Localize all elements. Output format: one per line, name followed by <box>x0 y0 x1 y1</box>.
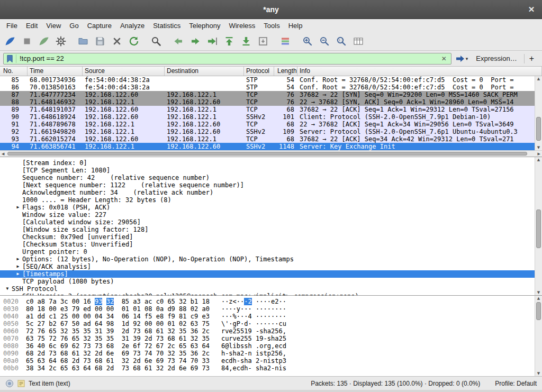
menu-file[interactable]: File <box>2 20 22 31</box>
packet-row-89[interactable]: 8971.648191037192.168.122.60192.168.122.… <box>0 106 542 113</box>
packet-row-87[interactable]: 8771.647777234192.168.122.60192.168.122.… <box>0 91 542 98</box>
hex-row-0040[interactable]: 0040a1 dd c1 25 00 00 04 34 06 14 f5 e8 … <box>3 313 542 320</box>
go-to-packet-icon[interactable] <box>204 33 220 49</box>
stop-capture-icon[interactable] <box>19 33 35 49</box>
menu-tools[interactable]: Tools <box>259 20 284 31</box>
zoom-original-icon[interactable]: 1:1 <box>333 33 349 49</box>
scroll-up-icon[interactable]: ▲ <box>535 77 542 81</box>
scroll-up-icon[interactable]: ▲ <box>535 158 542 162</box>
menu-go[interactable]: Go <box>65 20 83 31</box>
menu-edit[interactable]: Edit <box>22 20 42 31</box>
detail-line[interactable]: ▶Flags: 0x018 (PSH, ACK) <box>0 204 542 211</box>
detail-line[interactable]: ▶Options: (12 bytes), No-Operation (NOP)… <box>0 256 542 263</box>
scroll-down-icon[interactable]: ▼ <box>535 371 542 376</box>
resize-columns-icon[interactable] <box>350 33 366 49</box>
column-header-length[interactable]: Length <box>274 67 297 76</box>
expression-button[interactable]: Expression… <box>472 54 521 62</box>
vscroll-thumb[interactable] <box>536 302 541 320</box>
detail-line[interactable]: Checksum: 0x79ed [unverified] <box>0 233 542 241</box>
hex-row-00b0[interactable]: 00b038 34 2c 65 63 64 68 2d 73 68 61 32 … <box>3 364 542 372</box>
go-back-icon[interactable] <box>170 33 186 49</box>
colorize-icon[interactable] <box>277 33 293 49</box>
filter-clear-icon[interactable]: ✕ <box>440 55 448 62</box>
add-filter-button[interactable]: + <box>524 54 539 63</box>
menu-wireless[interactable]: Wireless <box>224 20 259 31</box>
detail-line[interactable]: [TCP Segment Len: 1080] <box>0 167 542 174</box>
column-header-info[interactable]: Info <box>297 67 542 76</box>
restart-capture-icon[interactable] <box>36 33 52 49</box>
capture-comment-icon[interactable] <box>17 379 25 388</box>
packet-row-91[interactable]: 9171.648789678192.168.122.1192.168.122.6… <box>0 121 542 128</box>
expander-icon[interactable]: ▶ <box>14 204 22 211</box>
menu-statistics[interactable]: Statistics <box>149 20 185 31</box>
packet-row-90[interactable]: 9071.648618924192.168.122.60192.168.122.… <box>0 113 542 121</box>
detail-line[interactable]: ▶[SEQ/ACK analysis] <box>0 263 542 270</box>
reload-file-icon[interactable] <box>126 33 142 49</box>
open-file-icon[interactable] <box>75 33 91 49</box>
column-header-time[interactable]: Time <box>28 67 83 76</box>
detail-line[interactable]: ▼SSH Protocol <box>0 285 542 293</box>
packet-list-hscrollbar[interactable]: ◀ ▶ <box>0 150 542 157</box>
expander-icon[interactable]: ▶ <box>14 270 22 278</box>
menu-telephony[interactable]: Telephony <box>185 20 224 31</box>
scroll-right-icon[interactable]: ▶ <box>538 152 540 156</box>
detail-line[interactable]: Window size value: 227 <box>0 211 542 218</box>
vscroll-thumb[interactable] <box>536 117 541 141</box>
hex-row-0090[interactable]: 009068 2d 73 68 61 32 2d 6e 69 73 74 70 … <box>3 350 542 357</box>
detail-line[interactable]: Urgent pointer: 0 <box>0 248 542 256</box>
detail-line[interactable]: 1000 .... = Header Length: 32 bytes (8) <box>0 196 542 204</box>
scroll-left-icon[interactable]: ◀ <box>2 152 4 156</box>
find-packet-icon[interactable] <box>148 33 164 49</box>
scroll-down-icon[interactable]: ▼ <box>535 290 542 295</box>
detail-line[interactable]: Acknowledgment number: 34 (relative ack … <box>0 189 542 196</box>
menu-view[interactable]: View <box>42 20 65 31</box>
scroll-up-icon[interactable]: ▲ <box>535 296 542 300</box>
packet-list-vscrollbar[interactable]: ▲▼ <box>535 76 542 150</box>
detail-line[interactable]: ▶[Timestamps] <box>0 270 542 278</box>
display-filter-input[interactable]: !tcp.port == 22 ✕ <box>3 53 451 65</box>
detail-line[interactable]: Sequence number: 42 (relative sequence n… <box>0 174 542 181</box>
packet-row-92[interactable]: 9271.661949820192.168.122.1192.168.122.6… <box>0 128 542 135</box>
titlebar[interactable]: *any ✕ <box>0 0 542 19</box>
column-header-no[interactable]: No. <box>0 67 28 76</box>
apply-filter-button[interactable]: ▾ <box>454 54 469 63</box>
detail-line[interactable]: [Checksum Status: Unverified] <box>0 241 542 248</box>
detail-line[interactable]: [Window size scaling factor: 128] <box>0 226 542 233</box>
hex-row-0030[interactable]: 003080 18 00 e3 79 ed 00 00 01 01 08 0a … <box>3 305 542 313</box>
hscroll-thumb[interactable] <box>7 152 527 156</box>
details-vscrollbar[interactable]: ▲ ▼ <box>535 157 542 295</box>
go-forward-icon[interactable] <box>187 33 203 49</box>
filter-expression-text[interactable]: !tcp.port == 22 <box>20 54 437 62</box>
menu-capture[interactable]: Capture <box>83 20 116 31</box>
expander-icon[interactable]: ▶ <box>14 256 22 263</box>
packet-row-85[interactable]: 8568.001734936fe:54:00:d4:38:2aSTP54Conf… <box>0 76 542 84</box>
auto-scroll-icon[interactable] <box>255 33 271 49</box>
packet-row-94[interactable]: 9471.663856741192.168.122.1192.168.122.6… <box>0 143 542 150</box>
go-last-icon[interactable] <box>238 33 254 49</box>
hex-row-00a0[interactable]: 00a065 63 64 68 2d 73 68 61 32 2d 6e 69 … <box>3 357 542 364</box>
detail-line[interactable]: [Calculated window size: 29056] <box>0 218 542 226</box>
column-header-protocol[interactable]: Protocol <box>244 67 274 76</box>
hex-row-0070[interactable]: 007063 75 72 76 65 32 35 35 31 39 2d 73 … <box>3 335 542 342</box>
column-header-destination[interactable]: Destination <box>165 67 244 76</box>
packet-row-86[interactable]: 8670.013850163fe:54:00:d4:38:2aSTP54Conf… <box>0 84 542 91</box>
filter-bookmark-icon[interactable] <box>6 54 16 63</box>
hex-row-0060[interactable]: 006072 76 65 32 35 35 31 39 2d 73 68 61 … <box>3 327 542 335</box>
start-capture-icon[interactable] <box>2 33 18 49</box>
filter-history-caret-icon[interactable]: ▾ <box>466 56 468 61</box>
expert-info-icon[interactable] <box>5 379 14 388</box>
packet-row-88[interactable]: 8871.648146932192.168.122.1192.168.122.6… <box>0 98 542 106</box>
save-file-icon[interactable] <box>92 33 108 49</box>
detail-line[interactable]: [Stream index: 0] <box>0 159 542 167</box>
detail-line[interactable]: TCP payload (1080 bytes) <box>0 278 542 285</box>
go-first-icon[interactable] <box>221 33 237 49</box>
detail-line[interactable]: [Next sequence number: 1122 (relative se… <box>0 181 542 189</box>
expander-icon[interactable]: ▶ <box>14 263 22 270</box>
expander-icon[interactable]: ▼ <box>3 285 12 293</box>
hex-row-0080[interactable]: 008036 40 6c 69 62 73 73 68 2e 6f 72 67 … <box>3 342 542 350</box>
scroll-down-icon[interactable]: ▼ <box>535 145 542 150</box>
hex-row-0020[interactable]: 0020c0 a8 7a 3c 00 16 93 32 85 a3 ac c0 … <box>3 298 542 305</box>
vscroll-thumb[interactable] <box>536 209 541 248</box>
menu-help[interactable]: Help <box>284 20 307 31</box>
packet-row-93[interactable]: 9371.662015274192.168.122.60192.168.122.… <box>0 135 542 143</box>
